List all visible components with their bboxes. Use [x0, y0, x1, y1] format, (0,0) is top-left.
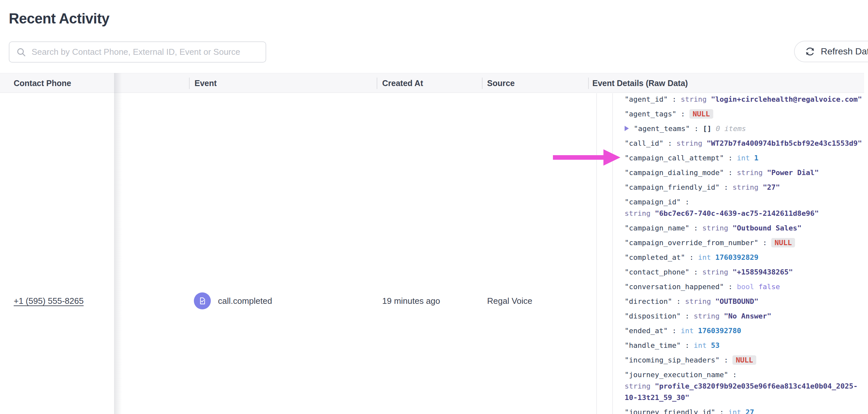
json-entry-agent_teams: "agent_teams" : [] 0 items	[625, 123, 864, 134]
json-viewer: "agent_id" : string "login+circlehealth@…	[625, 94, 864, 414]
event-document-check-icon	[194, 292, 211, 309]
caret-right-icon[interactable]	[625, 126, 629, 131]
event-label: call.completed	[218, 296, 272, 306]
json-entry-campaign_override_from_number: "campaign_override_from_number" : NULL	[625, 237, 864, 248]
refresh-button-label: Refresh Data	[821, 46, 868, 57]
search-icon	[16, 47, 26, 57]
json-entry-campaign_friendly_id: "campaign_friendly_id" : string "27"	[625, 182, 864, 193]
json-entry-completed_at: "completed_at" : int 1760392829	[625, 252, 864, 263]
column-divider	[482, 78, 483, 89]
json-entry-contact_phone: "contact_phone" : string "+15859438265"	[625, 266, 864, 278]
json-entry-campaign_dialing_mode: "campaign_dialing_mode" : string "Power …	[625, 167, 864, 178]
json-entry-journey_execution_name: "journey_execution_name" : string "profi…	[625, 369, 864, 403]
json-entry-direction: "direction" : string "OUTBOUND"	[625, 296, 864, 307]
event-cell: call.completed	[194, 292, 272, 309]
column-header-created-at[interactable]: Created At	[382, 73, 423, 93]
column-divider	[588, 78, 589, 89]
column-header-contact-phone[interactable]: Contact Phone	[14, 73, 71, 93]
annotation-arrow-head	[603, 149, 620, 166]
recent-activity-page: Recent Activity Refresh Data Contact Pho…	[0, 0, 868, 414]
json-entry-call_id: "call_id" : string "WT27b7fa400974b1fb5c…	[625, 138, 864, 149]
table-header: Contact Phone Event Created At Source Ev…	[0, 73, 864, 93]
search-input[interactable]	[32, 47, 259, 57]
created-at-cell: 19 minutes ago	[382, 296, 440, 306]
event-details-column-border	[596, 93, 597, 414]
pinned-column-shadow	[114, 73, 122, 414]
json-entry-disposition: "disposition" : string "No Answer"	[625, 310, 864, 322]
column-divider	[377, 78, 377, 89]
refresh-icon	[804, 46, 815, 57]
json-entry-campaign_name: "campaign_name" : string "Outbound Sales…	[625, 222, 864, 234]
json-entry-agent_id: "agent_id" : string "login+circlehealth@…	[625, 94, 864, 105]
annotation-arrow-shaft	[553, 155, 605, 160]
refresh-data-button[interactable]: Refresh Data	[794, 41, 868, 62]
contact-phone-link[interactable]: +1 (595) 555-8265	[14, 296, 84, 306]
search-bar[interactable]	[9, 41, 266, 63]
json-entry-handle_time: "handle_time" : int 53	[625, 340, 864, 351]
column-divider	[189, 78, 190, 89]
json-entry-conversation_happened: "conversation_happened" : bool false	[625, 281, 864, 292]
column-header-source[interactable]: Source	[487, 73, 515, 93]
json-entry-campaign_id: "campaign_id" : string "6bc7ec67-740c-46…	[625, 196, 864, 219]
column-header-event-details[interactable]: Event Details (Raw Data)	[592, 73, 688, 93]
page-title: Recent Activity	[9, 10, 110, 27]
json-entry-campaign_call_attempt: "campaign_call_attempt" : int 1	[625, 152, 864, 164]
json-entry-incoming_sip_headers: "incoming_sip_headers" : NULL	[625, 354, 864, 366]
contact-phone-cell: +1 (595) 555-8265	[14, 296, 84, 306]
json-entry-journey_friendly_id: "journey_friendly_id" : int 27	[625, 407, 864, 414]
json-entry-ended_at: "ended_at" : int 1760392780	[625, 325, 864, 336]
json-panel-border	[612, 93, 613, 414]
source-cell: Regal Voice	[487, 296, 532, 306]
column-header-event[interactable]: Event	[194, 73, 217, 93]
json-entry-agent_tags: "agent_tags" : NULL	[625, 108, 864, 120]
